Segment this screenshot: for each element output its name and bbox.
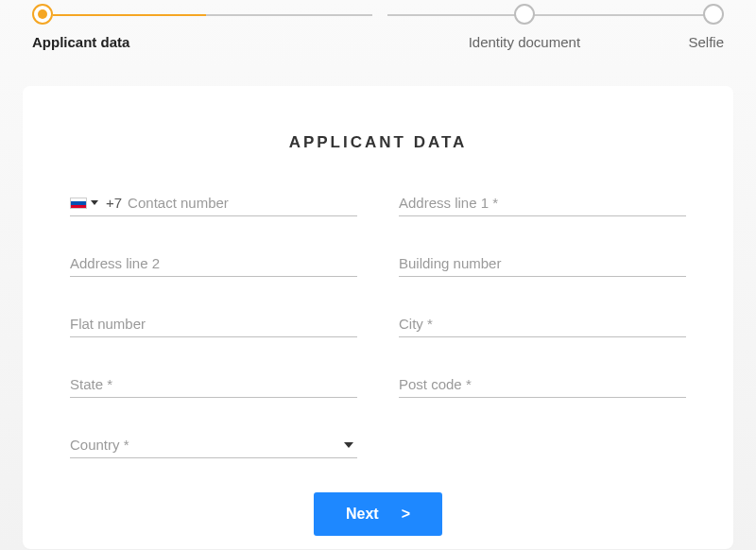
- stepper: Applicant data Identity document Selfie: [0, 0, 756, 50]
- field-address-1[interactable]: [399, 190, 686, 216]
- field-address-2[interactable]: [70, 250, 357, 277]
- step-circle: [514, 4, 535, 25]
- field-state[interactable]: [70, 371, 357, 398]
- field-contact-number[interactable]: +7: [70, 190, 357, 216]
- phone-country-selector[interactable]: +7: [70, 195, 122, 211]
- flag-icon: [70, 198, 87, 209]
- progress-line-2: [387, 14, 707, 16]
- step-selfie[interactable]: Selfie: [688, 4, 724, 50]
- field-city[interactable]: [399, 311, 686, 337]
- step-identity-document[interactable]: Identity document: [360, 4, 688, 50]
- field-building-number[interactable]: [399, 250, 686, 277]
- step-circle-active: [32, 4, 53, 25]
- state-input[interactable]: [70, 374, 357, 394]
- post-code-input[interactable]: [399, 374, 686, 394]
- chevron-right-icon: >: [402, 506, 410, 523]
- country-select[interactable]: [70, 435, 357, 455]
- step-circle: [703, 4, 724, 25]
- next-button-label: Next: [346, 506, 379, 523]
- step-label: Applicant data: [32, 34, 129, 50]
- address-line-2-input[interactable]: [70, 253, 357, 273]
- form-title: APPLICANT DATA: [70, 133, 686, 152]
- form-grid: +7: [70, 190, 686, 458]
- dial-code: +7: [106, 195, 122, 211]
- city-input[interactable]: [399, 314, 686, 334]
- building-number-input[interactable]: [399, 253, 686, 273]
- field-post-code[interactable]: [399, 371, 686, 398]
- address-line-1-input[interactable]: [399, 193, 686, 213]
- contact-number-input[interactable]: [128, 193, 357, 213]
- step-applicant-data[interactable]: Applicant data: [32, 4, 360, 50]
- field-country[interactable]: [70, 432, 357, 458]
- chevron-down-icon: [91, 200, 98, 205]
- step-label: Selfie: [688, 34, 724, 50]
- field-flat-number[interactable]: [70, 311, 357, 337]
- flat-number-input[interactable]: [70, 314, 357, 334]
- next-button[interactable]: Next >: [314, 492, 442, 536]
- step-label: Identity document: [469, 34, 580, 50]
- form-card: APPLICANT DATA +7: [23, 86, 733, 549]
- progress-line-1: [53, 14, 372, 16]
